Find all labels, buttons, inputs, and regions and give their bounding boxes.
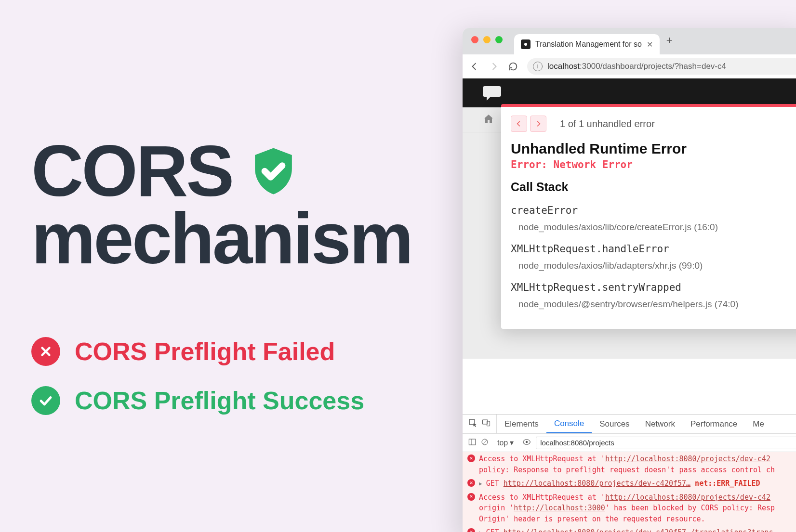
tab-console[interactable]: Console bbox=[546, 415, 592, 433]
window-minimize-button[interactable] bbox=[483, 36, 491, 43]
stack-frame-fn: createError bbox=[501, 200, 796, 218]
console-error-row: ✕ ▶ GET http://localhost:8080/projects/d… bbox=[463, 477, 796, 491]
error-icon: ✕ bbox=[467, 493, 475, 501]
console-error-row: ✕ Access to XMLHttpRequest at 'http://lo… bbox=[463, 491, 796, 526]
console-toolbar: top ▾ bbox=[463, 434, 796, 452]
window-maximize-button[interactable] bbox=[495, 36, 503, 43]
svg-point-0 bbox=[524, 43, 527, 46]
device-toggle-icon[interactable] bbox=[482, 418, 491, 429]
error-icon: ✕ bbox=[467, 479, 475, 487]
caret-icon[interactable]: ▶ bbox=[479, 529, 482, 532]
hero-section: CORS mechanism CORS Preflight Failed COR… bbox=[31, 135, 411, 435]
reload-button[interactable] bbox=[508, 61, 518, 72]
error-next-button[interactable] bbox=[530, 116, 546, 132]
console-sidebar-toggle-icon[interactable] bbox=[468, 438, 476, 448]
status-failed-label: CORS Preflight Failed bbox=[75, 337, 335, 366]
tab-network[interactable]: Network bbox=[637, 415, 683, 433]
error-overlay: 1 of 1 unhandled error Unhandled Runtime… bbox=[501, 104, 796, 329]
live-expression-icon[interactable] bbox=[522, 438, 531, 448]
svg-point-8 bbox=[526, 441, 528, 443]
stack-frame-fn: XMLHttpRequest.handleError bbox=[501, 238, 796, 257]
inspect-icon[interactable] bbox=[468, 418, 477, 429]
check-circle-icon bbox=[31, 386, 60, 415]
callstack-title: Call Stack bbox=[501, 178, 796, 200]
browser-tabstrip: Translation Management for so ✕ + bbox=[463, 28, 796, 54]
tab-sources[interactable]: Sources bbox=[592, 415, 637, 433]
favicon-icon bbox=[521, 39, 531, 49]
error-message: Error: Network Error bbox=[501, 158, 796, 178]
title-line-1: CORS bbox=[31, 135, 232, 207]
chevron-down-icon: ▾ bbox=[510, 438, 514, 447]
app-header bbox=[463, 78, 796, 107]
svg-line-7 bbox=[483, 440, 487, 444]
forward-button[interactable] bbox=[489, 61, 499, 72]
error-icon: ✕ bbox=[467, 454, 475, 462]
tab-performance[interactable]: Performance bbox=[683, 415, 745, 433]
tab-memory[interactable]: Me bbox=[745, 415, 772, 433]
context-selector[interactable]: top ▾ bbox=[493, 438, 517, 447]
svg-rect-3 bbox=[487, 421, 490, 426]
devtools-panel: Elements Console Sources Network Perform… bbox=[463, 414, 796, 532]
x-circle-icon bbox=[31, 337, 60, 366]
error-icon: ✕ bbox=[467, 528, 475, 532]
status-success-row: CORS Preflight Success bbox=[31, 386, 411, 415]
console-output: ✕ Access to XMLHttpRequest at 'http://lo… bbox=[463, 452, 796, 532]
stack-frame-loc: node_modules/@sentry/browser/esm/helpers… bbox=[501, 295, 796, 315]
error-title: Unhandled Runtime Error bbox=[501, 139, 796, 158]
browser-tab[interactable]: Translation Management for so ✕ bbox=[514, 34, 660, 54]
error-prev-button[interactable] bbox=[511, 116, 527, 132]
caret-icon[interactable]: ▶ bbox=[479, 480, 482, 488]
tab-elements[interactable]: Elements bbox=[497, 415, 546, 433]
svg-rect-4 bbox=[469, 439, 475, 445]
url-path: :3000/dashboard/projects/?hash=dev-c4 bbox=[580, 62, 726, 71]
logo-icon bbox=[482, 84, 502, 102]
site-info-icon[interactable]: i bbox=[533, 62, 543, 71]
console-error-row: ✕ ▶ GET http://localhost:8080/projects/d… bbox=[463, 526, 796, 532]
stack-frame-fn: XMLHttpRequest.sentryWrapped bbox=[501, 277, 796, 295]
new-tab-button[interactable]: + bbox=[666, 34, 673, 49]
status-failed-row: CORS Preflight Failed bbox=[31, 337, 411, 366]
url-field[interactable]: i localhost:3000/dashboard/projects/?has… bbox=[527, 58, 796, 75]
stack-frame-loc: node_modules/axios/lib/core/createError.… bbox=[501, 218, 796, 238]
devtools-tabs: Elements Console Sources Network Perform… bbox=[463, 415, 796, 434]
status-success-label: CORS Preflight Success bbox=[75, 386, 364, 415]
title-line-2: mechanism bbox=[31, 202, 411, 274]
error-count: 1 of 1 unhandled error bbox=[560, 118, 655, 130]
console-filter-input[interactable] bbox=[536, 437, 796, 449]
console-error-row: ✕ Access to XMLHttpRequest at 'http://lo… bbox=[463, 452, 796, 477]
tab-title: Translation Management for so bbox=[535, 40, 642, 49]
back-button[interactable] bbox=[469, 61, 480, 72]
clear-console-icon[interactable] bbox=[481, 438, 489, 448]
url-host: localhost bbox=[547, 62, 580, 71]
home-icon[interactable] bbox=[483, 113, 494, 127]
browser-toolbar: i localhost:3000/dashboard/projects/?has… bbox=[463, 54, 796, 78]
tab-close-icon[interactable]: ✕ bbox=[647, 40, 653, 49]
stack-frame-loc: node_modules/axios/lib/adapters/xhr.js (… bbox=[501, 257, 796, 277]
shield-check-icon bbox=[246, 143, 301, 199]
window-close-button[interactable] bbox=[471, 36, 478, 43]
